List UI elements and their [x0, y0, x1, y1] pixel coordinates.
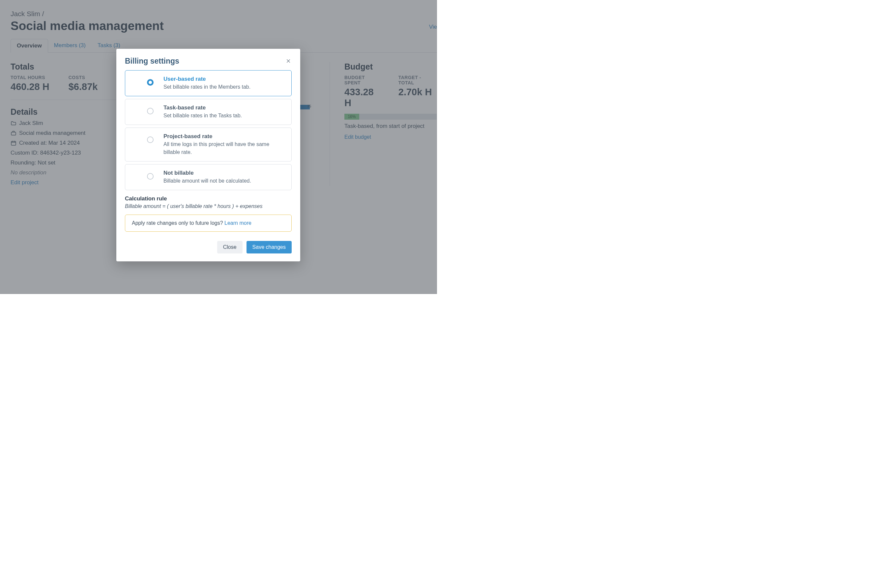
modal-header: Billing settings: [125, 57, 292, 66]
option-text: Project-based rate All time logs in this…: [163, 133, 285, 156]
option-desc: All time logs in this project will have …: [163, 140, 285, 156]
modal-footer: Close Save changes: [125, 241, 292, 254]
option-task-based-rate[interactable]: Task-based rate Set billable rates in th…: [125, 99, 292, 125]
radio-icon: [147, 79, 154, 86]
modal-title: Billing settings: [125, 57, 179, 66]
billing-settings-modal: Billing settings User-based rate Set bil…: [116, 49, 300, 261]
option-title: Task-based rate: [163, 105, 285, 111]
close-button[interactable]: Close: [217, 241, 243, 254]
radio-icon: [147, 108, 154, 114]
learn-more-link[interactable]: Learn more: [225, 220, 252, 226]
radio-icon: [147, 173, 154, 180]
info-box: Apply rate changes only to future logs? …: [125, 214, 292, 232]
option-project-based-rate[interactable]: Project-based rate All time logs in this…: [125, 128, 292, 161]
radio-icon: [147, 136, 154, 143]
option-text: Task-based rate Set billable rates in th…: [163, 105, 285, 119]
close-icon[interactable]: [286, 58, 292, 64]
option-desc: Billable amount will not be calculated.: [163, 177, 285, 184]
option-desc: Set billable rates in the Members tab.: [163, 83, 285, 91]
calculation-rule-heading: Calculation rule: [125, 195, 292, 202]
option-not-billable[interactable]: Not billable Billable amount will not be…: [125, 164, 292, 190]
save-changes-button[interactable]: Save changes: [246, 241, 292, 254]
option-desc: Set billable rates in the Tasks tab.: [163, 112, 285, 119]
option-title: Not billable: [163, 170, 285, 176]
option-title: User-based rate: [163, 76, 285, 82]
option-user-based-rate[interactable]: User-based rate Set billable rates in th…: [125, 70, 292, 96]
option-title: Project-based rate: [163, 133, 285, 140]
calculation-formula: Billable amount = ( user's billable rate…: [125, 203, 292, 209]
option-text: Not billable Billable amount will not be…: [163, 170, 285, 184]
option-text: User-based rate Set billable rates in th…: [163, 76, 285, 91]
info-text: Apply rate changes only to future logs?: [132, 220, 225, 226]
